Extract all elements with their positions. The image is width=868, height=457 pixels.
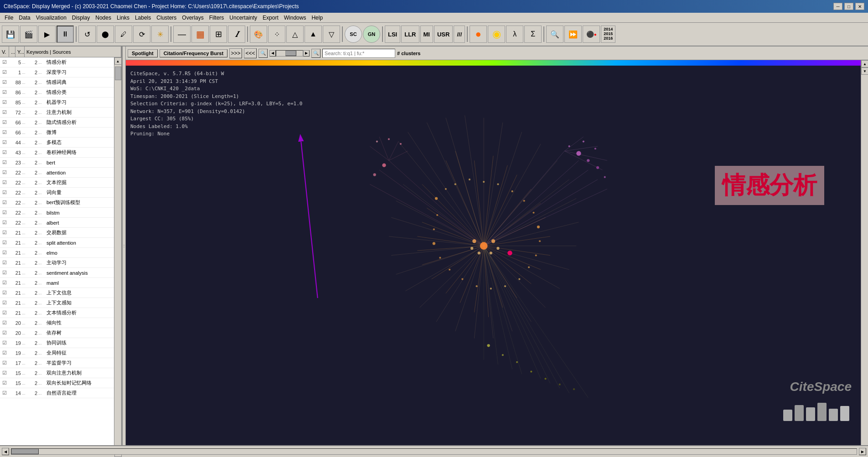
checkbox-icon[interactable]: ☑ bbox=[0, 270, 9, 276]
checkbox-icon[interactable]: ☑ bbox=[0, 149, 9, 155]
zoom-out-button[interactable]: 🔍 bbox=[258, 49, 268, 58]
mi-button[interactable]: MI bbox=[420, 26, 433, 43]
checkbox-icon[interactable]: ☑ bbox=[0, 210, 9, 216]
keyword-scrollbar[interactable]: ▲ ▼ bbox=[114, 57, 121, 445]
list-item[interactable]: ☑ 21 ... 2 ... 文本情感分析 bbox=[0, 308, 114, 318]
scatter-button[interactable]: ⁘ bbox=[268, 26, 285, 43]
checkbox-icon[interactable]: ☑ bbox=[0, 280, 9, 286]
h-scroll-thumb[interactable] bbox=[11, 449, 39, 454]
checkbox-icon[interactable]: ☑ bbox=[0, 220, 9, 226]
save-button[interactable]: 💾 bbox=[2, 26, 19, 43]
list-item[interactable]: ☑ 19 ... 2 ... 全局特征 bbox=[0, 348, 114, 358]
checkbox-icon[interactable]: ☑ bbox=[0, 190, 9, 195]
search-button[interactable]: 🔍 bbox=[546, 26, 563, 43]
sigma-button[interactable]: Σ bbox=[524, 26, 542, 43]
list-item[interactable]: ☑ 22 ... 2 ... attention bbox=[0, 168, 114, 178]
list-item[interactable]: ☑ 86 ... 2 ... 情感分类 bbox=[0, 87, 114, 98]
grid-button[interactable]: ▦ bbox=[191, 26, 209, 43]
checkbox-icon[interactable]: ☑ bbox=[0, 320, 9, 326]
back-nav-button[interactable]: <<< bbox=[244, 48, 257, 58]
menu-display[interactable]: Display bbox=[69, 14, 93, 22]
menu-data[interactable]: Data bbox=[16, 14, 33, 22]
list-item[interactable]: ☑ 21 ... 2 ... maml bbox=[0, 278, 114, 288]
checkbox-icon[interactable]: ☑ bbox=[0, 129, 9, 135]
list-item[interactable]: ☑ 14 ... 2 ... 自然语言处理 bbox=[0, 388, 114, 398]
checkbox-icon[interactable]: ☑ bbox=[0, 69, 9, 75]
zoom-thumb[interactable] bbox=[285, 51, 296, 56]
search-input[interactable] bbox=[322, 49, 395, 58]
checkbox-icon[interactable]: ☑ bbox=[0, 240, 9, 246]
list-item[interactable]: ☑ 15 ... 2 ... 双向长短时记忆网络 bbox=[0, 378, 114, 388]
viz-scroll-down-button[interactable]: ▼ bbox=[861, 67, 868, 75]
menu-visualization[interactable]: Visualization bbox=[33, 14, 69, 22]
checkbox-icon[interactable]: ☑ bbox=[0, 180, 9, 185]
list-item[interactable]: ☑ 21 ... 2 ... 上下文信息 bbox=[0, 288, 114, 298]
lambda-button[interactable]: λ bbox=[506, 26, 523, 43]
menu-nodes[interactable]: Nodes bbox=[93, 14, 114, 22]
checkbox-icon[interactable]: ☑ bbox=[0, 250, 9, 256]
palette-button[interactable]: 🎨 bbox=[250, 26, 267, 43]
zoom-in-button[interactable]: 🔍 bbox=[311, 49, 320, 58]
minimize-button[interactable]: ─ bbox=[833, 3, 842, 10]
list-item[interactable]: ☑ 21 ... 2 ... sentiment analysis bbox=[0, 268, 114, 278]
list-item[interactable]: ☑ 88 ... 2 ... 情感词典 bbox=[0, 77, 114, 87]
crop-button[interactable]: ⊞ bbox=[210, 26, 227, 43]
pin-button[interactable]: 🖊 bbox=[115, 26, 132, 43]
menu-uncertainty[interactable]: Uncertainty bbox=[227, 14, 260, 22]
checkbox-icon[interactable]: ☑ bbox=[0, 200, 9, 205]
checkbox-icon[interactable]: ☑ bbox=[0, 79, 9, 85]
checkbox-icon[interactable]: ☑ bbox=[0, 159, 9, 165]
list-item[interactable]: ☑ 44 ... 2 ... 多模态 bbox=[0, 138, 114, 148]
checkbox-icon[interactable]: ☑ bbox=[0, 230, 9, 236]
checkbox-icon[interactable]: ☑ bbox=[0, 99, 9, 105]
star-button[interactable]: ✳ bbox=[151, 26, 169, 43]
maximize-button[interactable]: □ bbox=[844, 3, 853, 10]
list-item[interactable]: ☑ 22 ... 2 ... 文本挖掘 bbox=[0, 178, 114, 188]
menu-help[interactable]: Help bbox=[309, 14, 326, 22]
checkbox-icon[interactable]: ☑ bbox=[0, 340, 9, 346]
path-button[interactable]: /// bbox=[454, 26, 465, 43]
list-item[interactable]: ☑ 22 ... 2 ... bilstm bbox=[0, 208, 114, 218]
list-item[interactable]: ☑ 22 ... 2 ... 词向量 bbox=[0, 188, 114, 198]
viz-scrollbar-vertical[interactable]: ▲ ▼ bbox=[861, 60, 868, 445]
checkbox-icon[interactable]: ☑ bbox=[0, 290, 9, 296]
checkbox-icon[interactable]: ☑ bbox=[0, 59, 9, 65]
menu-export[interactable]: Export bbox=[260, 14, 281, 22]
checkbox-icon[interactable]: ☑ bbox=[0, 260, 9, 266]
h-scroll-left-button[interactable]: ◀ bbox=[2, 448, 9, 455]
color-dot-button[interactable]: ⚫● bbox=[583, 26, 600, 43]
gn-button[interactable]: GN bbox=[363, 26, 380, 43]
checkbox-icon[interactable]: ☑ bbox=[0, 89, 9, 95]
record-button[interactable]: 🎬 bbox=[20, 26, 37, 43]
forward-nav-button[interactable]: >>> bbox=[229, 48, 242, 58]
scroll-up-button[interactable]: ▲ bbox=[114, 57, 122, 65]
checkbox-icon[interactable]: ☑ bbox=[0, 350, 9, 356]
usr-button[interactable]: USR bbox=[434, 26, 453, 43]
list-item[interactable]: ☑ 5 ... 2 ... 情感分析 bbox=[0, 57, 114, 67]
list-item[interactable]: ☑ 21 ... 2 ... 主动学习 bbox=[0, 258, 114, 268]
checkbox-icon[interactable]: ☑ bbox=[0, 330, 9, 336]
menu-file[interactable]: File bbox=[2, 14, 16, 22]
line-button[interactable]: — bbox=[173, 26, 191, 43]
checkbox-icon[interactable]: ☑ bbox=[0, 119, 9, 125]
circle-yellow-button[interactable]: ◉ bbox=[488, 26, 505, 43]
checkbox-icon[interactable]: ☑ bbox=[0, 139, 9, 145]
play-button[interactable]: ▶ bbox=[38, 26, 56, 43]
checkbox-icon[interactable]: ☑ bbox=[0, 380, 9, 386]
burst-button[interactable]: Citation/Frequency Burst bbox=[160, 49, 227, 57]
llr-button[interactable]: LLR bbox=[401, 26, 419, 43]
list-item[interactable]: ☑ 20 ... 2 ... 依存树 bbox=[0, 328, 114, 338]
triangle2-button[interactable]: ▲ bbox=[305, 26, 322, 43]
list-item[interactable]: ☑ 21 ... 2 ... 交易数据 bbox=[0, 228, 114, 238]
sc-button[interactable]: SC bbox=[345, 26, 362, 43]
menu-windows[interactable]: Windows bbox=[281, 14, 309, 22]
checkbox-icon[interactable]: ☑ bbox=[0, 360, 9, 366]
text-button[interactable]: 𝐼 bbox=[228, 26, 245, 43]
panel-resize-handle[interactable]: ⋮ bbox=[122, 46, 126, 445]
list-item[interactable]: ☑ 72 ... 2 ... 注意力机制 bbox=[0, 108, 114, 118]
list-item[interactable]: ☑ 23 ... 2 ... bert bbox=[0, 158, 114, 168]
menu-links[interactable]: Links bbox=[114, 14, 132, 22]
circle-orange-button[interactable]: ● bbox=[470, 26, 487, 43]
rotate-button[interactable]: ⟳ bbox=[133, 26, 150, 43]
list-item[interactable]: ☑ 85 ... 2 ... 机器学习 bbox=[0, 98, 114, 108]
